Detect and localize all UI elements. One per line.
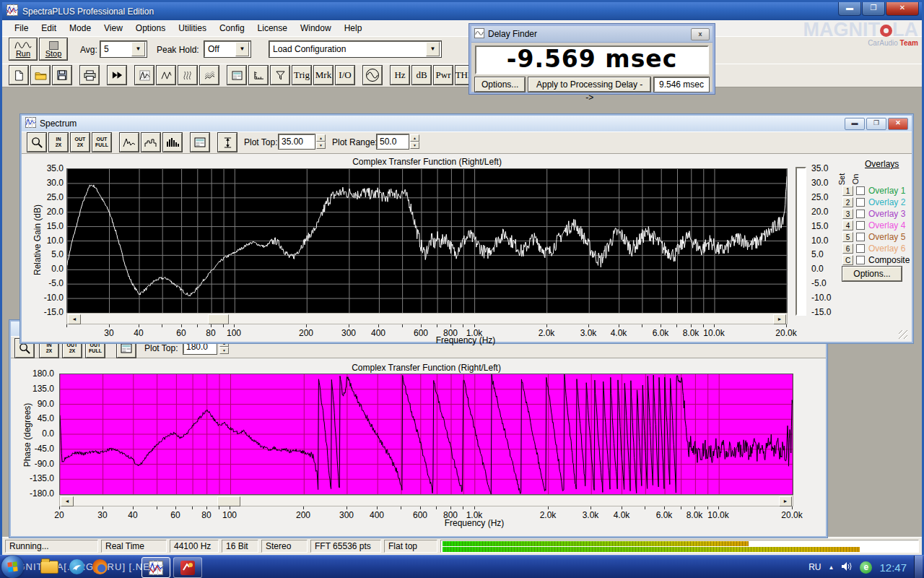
zoom-tool-icon[interactable] [27, 133, 46, 152]
overlays-options-button[interactable]: Options... [842, 267, 902, 281]
overlay-on-checkbox-1[interactable] [856, 186, 865, 195]
thunderbird-icon[interactable] [69, 559, 84, 574]
dropdown-arrow-icon[interactable]: ▼ [235, 42, 249, 56]
overlay-set-button-4[interactable]: 4 [842, 220, 853, 230]
line-plot-icon[interactable] [120, 133, 139, 152]
trigger-button[interactable]: Trig [292, 66, 311, 85]
menu-window[interactable]: Window [294, 22, 338, 35]
zoom-out-2x-button[interactable]: OUT2X [71, 133, 90, 152]
new-file-icon[interactable] [9, 66, 28, 85]
bar-plot-icon[interactable] [163, 133, 182, 152]
minimize-button[interactable]: ▬ [838, 2, 861, 16]
delay-finder-titlebar[interactable]: Delay Finder x [471, 26, 712, 43]
delay-options-button[interactable]: Options... [475, 77, 525, 92]
zoom-out-full-button[interactable]: OUTFULL [92, 133, 111, 152]
avg-dropdown[interactable]: 5 ▼ [100, 41, 147, 57]
phase-h-scrollbar[interactable]: ◄ ► [59, 495, 793, 506]
language-indicator[interactable]: RU [808, 562, 821, 572]
dropdown-arrow-icon[interactable]: ▼ [131, 42, 145, 56]
menu-help[interactable]: Help [338, 22, 369, 35]
zoom-in-2x-button[interactable]: IN2X [49, 133, 68, 152]
scroll-left-icon[interactable]: ◄ [68, 314, 81, 324]
minimize-button[interactable]: ▬ [845, 118, 865, 130]
menu-license[interactable]: License [251, 22, 294, 35]
scaling-icon[interactable] [249, 66, 268, 85]
spectrum-titlebar[interactable]: Spectrum ▬ ❐ ✕ [22, 116, 912, 132]
overlay-set-button-2[interactable]: 2 [842, 197, 853, 207]
apply-delay-button[interactable]: Apply to Processing Delay --> [528, 77, 650, 92]
open-file-icon[interactable] [31, 66, 50, 85]
tray-expand-icon[interactable]: ▲ [829, 564, 834, 571]
surface-display-icon[interactable] [200, 66, 219, 85]
overlay-set-button-C[interactable]: C [842, 255, 853, 265]
hz-button[interactable]: Hz [391, 66, 409, 85]
overlay-set-button-6[interactable]: 6 [842, 243, 853, 254]
scroll-left-icon[interactable]: ◄ [61, 496, 74, 506]
menu-options[interactable]: Options [129, 22, 172, 35]
stop-button[interactable]: Stop [40, 38, 67, 60]
menu-mode[interactable]: Mode [63, 22, 97, 35]
menu-view[interactable]: View [97, 22, 129, 35]
maximize-button[interactable]: ❐ [862, 2, 885, 16]
dropdown-arrow-icon[interactable]: ▼ [426, 42, 440, 56]
vertical-range-icon[interactable] [218, 133, 237, 152]
overlay-set-button-1[interactable]: 1 [842, 186, 853, 196]
plot-top-spinner[interactable]: ▲▼ [316, 134, 326, 149]
close-icon[interactable]: x [691, 28, 710, 40]
main-titlebar[interactable]: SpectraPLUS Professional Edition ▬ ❐ ✕ [2, 2, 922, 20]
scroll-right-icon[interactable]: ► [779, 496, 792, 506]
step-plot-icon[interactable] [141, 133, 160, 152]
close-button[interactable]: ✕ [886, 2, 919, 16]
save-file-icon[interactable] [53, 66, 71, 85]
spectraplus-taskbar-button[interactable] [141, 557, 170, 578]
playback-speed-icon[interactable] [108, 66, 126, 85]
pwr-button[interactable]: Pwr [434, 66, 453, 85]
spectrogram-display-icon[interactable] [178, 66, 197, 85]
time-series-display-icon[interactable] [157, 66, 175, 85]
start-button[interactable] [1, 556, 24, 578]
overlay-on-checkbox-6[interactable] [856, 244, 865, 253]
display-settings-icon[interactable] [191, 133, 209, 152]
processing-delay-value[interactable]: 9.546 msec [654, 77, 709, 92]
run-button[interactable]: Run [9, 38, 37, 60]
marker-button[interactable]: Mrk [314, 66, 333, 85]
close-button[interactable]: ✕ [888, 118, 908, 130]
taskbar-clock[interactable]: 12:47 [879, 561, 907, 574]
calibration-icon[interactable] [271, 66, 289, 85]
gain-h-scrollbar[interactable]: ◄ ► [66, 313, 788, 324]
phase-chart-title: Complex Transfer Function (Right/Left) [60, 363, 793, 373]
overlay-on-checkbox-3[interactable] [856, 210, 865, 218]
plot-range-input[interactable] [377, 134, 409, 149]
antivirus-tray-icon[interactable]: e [860, 561, 872, 574]
scroll-thumb[interactable] [217, 496, 240, 506]
explorer-icon[interactable] [40, 561, 58, 574]
scroll-right-icon[interactable]: ► [773, 314, 786, 324]
resize-grip[interactable] [899, 330, 907, 339]
media-app-taskbar-button[interactable] [173, 557, 202, 578]
overlay-on-checkbox-5[interactable] [856, 233, 865, 241]
overlay-set-button-5[interactable]: 5 [842, 232, 853, 242]
menu-utilities[interactable]: Utilities [172, 22, 213, 35]
volume-icon[interactable] [841, 561, 853, 574]
load-configuration-dropdown[interactable]: Load Configuration ▼ [269, 41, 441, 57]
firefox-icon[interactable] [92, 559, 108, 574]
plot-top-input[interactable] [279, 134, 315, 149]
peak-hold-dropdown[interactable]: Off ▼ [204, 41, 250, 57]
display-options-icon[interactable] [227, 66, 246, 85]
show-desktop-button[interactable] [914, 556, 923, 578]
spectrum-display-icon[interactable] [135, 66, 154, 85]
plot-range-spinner[interactable]: ▲▼ [410, 134, 419, 149]
overlay-on-checkbox-C[interactable] [856, 256, 865, 264]
overlay-on-checkbox-4[interactable] [856, 221, 865, 230]
db-button[interactable]: dB [412, 66, 431, 85]
menu-edit[interactable]: Edit [35, 22, 63, 35]
signal-generator-icon[interactable] [363, 66, 382, 85]
overlay-set-button-3[interactable]: 3 [842, 209, 853, 219]
overlay-on-checkbox-2[interactable] [856, 198, 865, 207]
io-button[interactable]: I/O [336, 66, 354, 85]
scroll-thumb[interactable] [208, 314, 229, 324]
maximize-button[interactable]: ❐ [866, 118, 886, 130]
menu-file[interactable]: File [8, 22, 35, 35]
menu-config[interactable]: Config [213, 22, 251, 35]
print-icon[interactable] [80, 66, 99, 85]
